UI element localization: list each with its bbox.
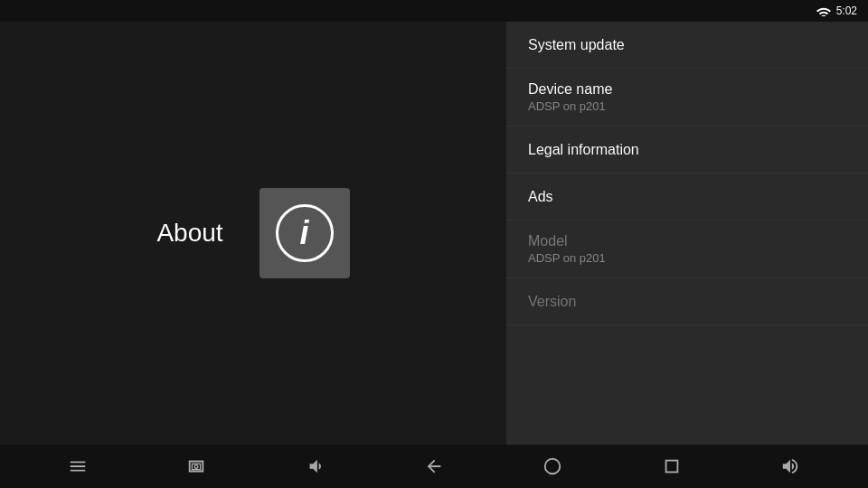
settings-item-subtitle-model: ADSP on p201 <box>528 251 846 265</box>
settings-item-version[interactable]: Version <box>506 278 868 325</box>
right-panel: System updateDevice nameADSP on p201Lega… <box>506 22 868 445</box>
status-bar: 5:02 <box>0 0 868 22</box>
settings-item-title-ads: Ads <box>528 189 846 205</box>
settings-item-system-update[interactable]: System update <box>506 22 868 69</box>
settings-item-title-device-name: Device name <box>528 81 846 98</box>
back-icon[interactable] <box>416 448 452 484</box>
settings-item-legal-information[interactable]: Legal information <box>506 127 868 174</box>
settings-item-model[interactable]: ModelADSP on p201 <box>506 221 868 278</box>
about-label: About <box>156 219 222 248</box>
settings-item-title-version: Version <box>528 294 846 310</box>
menu-icon[interactable] <box>60 448 96 484</box>
info-icon: i <box>276 204 334 262</box>
left-panel: About i <box>0 22 506 445</box>
svg-point-2 <box>545 459 561 474</box>
svg-point-1 <box>194 465 198 469</box>
settings-item-ads[interactable]: Ads <box>506 174 868 221</box>
home-icon[interactable] <box>534 448 571 484</box>
settings-item-title-legal-information: Legal information <box>528 142 846 158</box>
screenshot-icon[interactable] <box>178 448 214 484</box>
recents-icon[interactable] <box>654 448 690 484</box>
nav-bar <box>0 445 868 488</box>
info-icon-box: i <box>259 188 350 278</box>
status-icons: 5:02 <box>816 5 857 17</box>
settings-item-device-name[interactable]: Device nameADSP on p201 <box>506 69 868 127</box>
wifi-icon <box>816 5 831 16</box>
status-time: 5:02 <box>836 5 857 17</box>
settings-item-title-model: Model <box>528 233 846 249</box>
settings-item-title-system-update: System update <box>528 37 846 53</box>
settings-item-subtitle-device-name: ADSP on p201 <box>528 99 846 113</box>
volume-up-icon[interactable] <box>772 448 808 484</box>
volume-down-icon[interactable] <box>297 448 334 484</box>
svg-rect-3 <box>665 461 677 473</box>
